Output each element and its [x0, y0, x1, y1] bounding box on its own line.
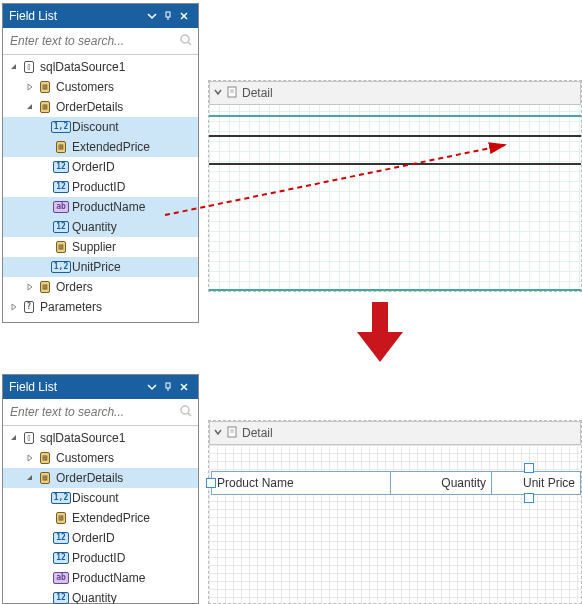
db-icon: ▯	[21, 59, 37, 75]
expander-icon	[39, 531, 53, 545]
resize-handle[interactable]	[524, 463, 534, 473]
tree-node-sqldatasource1[interactable]: ▯sqlDataSource1	[3, 57, 198, 77]
tree-node-supplier[interactable]: ▦Supplier	[3, 237, 198, 257]
tree-node-customers[interactable]: ▦Customers	[3, 448, 198, 468]
border-line	[209, 289, 581, 291]
tree-node-productname[interactable]: abProductName	[3, 568, 198, 588]
expander-icon[interactable]	[23, 471, 37, 485]
tree-node-customers[interactable]: ▦Customers	[3, 77, 198, 97]
search-input[interactable]	[8, 404, 179, 420]
node-label: sqlDataSource1	[40, 60, 125, 74]
int-icon: 12	[53, 219, 69, 235]
node-label: Quantity	[72, 591, 117, 604]
tree-node-orders[interactable]: ▦Orders	[3, 277, 198, 297]
int-icon: 12	[53, 179, 69, 195]
dropdown-icon[interactable]	[144, 379, 160, 395]
tree-node-discount[interactable]: 1,2Discount	[3, 488, 198, 508]
panel-title: Field List	[9, 9, 144, 23]
panel-title: Field List	[9, 380, 144, 394]
expander-icon	[39, 240, 53, 254]
node-label: Customers	[56, 451, 114, 465]
search-input[interactable]	[8, 33, 179, 49]
table-row[interactable]: Product Name Quantity Unit Price	[211, 471, 581, 495]
tree-node-sqldatasource1[interactable]: ▯sqlDataSource1	[3, 428, 198, 448]
expander-icon[interactable]	[23, 100, 37, 114]
close-icon[interactable]	[176, 379, 192, 395]
node-label: ProductID	[72, 551, 125, 565]
int-icon: 12	[53, 159, 69, 175]
band-label: Detail	[242, 86, 273, 100]
pin-icon[interactable]	[160, 8, 176, 24]
tbl-icon: ▦	[37, 470, 53, 486]
expander-icon[interactable]	[7, 431, 21, 445]
field-tree[interactable]: ▯sqlDataSource1▦Customers▦OrderDetails1,…	[3, 55, 198, 319]
tree-node-productname[interactable]: abProductName	[3, 197, 198, 217]
tree-node-productid[interactable]: 12ProductID	[3, 548, 198, 568]
tree-node-productid[interactable]: 12ProductID	[3, 177, 198, 197]
node-label: Supplier	[72, 240, 116, 254]
expander-icon[interactable]	[23, 280, 37, 294]
tree-node-orderid[interactable]: 12OrderID	[3, 157, 198, 177]
tree-node-quantity[interactable]: 12Quantity	[3, 217, 198, 237]
band-caret-icon[interactable]	[214, 426, 222, 440]
expander-icon	[39, 591, 53, 604]
expander-icon	[39, 220, 53, 234]
tree-node-orderid[interactable]: 12OrderID	[3, 528, 198, 548]
table-cell-product-name[interactable]: Product Name	[212, 472, 391, 494]
tree-node-extendedprice[interactable]: ▦ExtendedPrice	[3, 508, 198, 528]
dec-icon: 1,2	[53, 490, 69, 506]
close-icon[interactable]	[176, 8, 192, 24]
expander-icon[interactable]	[7, 300, 21, 314]
dropdown-icon[interactable]	[144, 8, 160, 24]
field-list-panel-before: Field List ▯sqlDataSource1▦Customers▦Ord…	[2, 3, 199, 323]
tree-node-discount[interactable]: 1,2Discount	[3, 117, 198, 137]
str-icon: ab	[53, 199, 69, 215]
tree-node-parameters[interactable]: ?Parameters	[3, 297, 198, 317]
field-tree[interactable]: ▯sqlDataSource1▦Customers▦OrderDetails1,…	[3, 426, 198, 604]
band-caret-icon[interactable]	[214, 86, 222, 100]
panel-header[interactable]: Field List	[3, 4, 198, 28]
panel-header[interactable]: Field List	[3, 375, 198, 399]
node-label: ExtendedPrice	[72, 140, 150, 154]
node-label: Discount	[72, 120, 119, 134]
big-red-arrow	[355, 302, 405, 364]
node-label: OrderDetails	[56, 471, 123, 485]
search-icon[interactable]	[179, 33, 193, 50]
node-label: Quantity	[72, 220, 117, 234]
expander-icon	[39, 571, 53, 585]
node-label: UnitPrice	[72, 260, 121, 274]
int-icon: 12	[53, 530, 69, 546]
node-label: ProductName	[72, 200, 145, 214]
node-label: ProductName	[72, 571, 145, 585]
tree-node-quantity[interactable]: 12Quantity	[3, 588, 198, 604]
resize-handle[interactable]	[206, 478, 216, 488]
tree-node-unitprice[interactable]: 1,2UnitPrice	[3, 257, 198, 277]
svg-point-14	[181, 406, 189, 414]
band-doc-icon	[226, 86, 238, 101]
expander-icon[interactable]	[7, 60, 21, 74]
resize-handle[interactable]	[524, 493, 534, 503]
search-icon[interactable]	[179, 404, 193, 421]
node-label: sqlDataSource1	[40, 431, 125, 445]
node-label: Orders	[56, 280, 93, 294]
table-cell-unit-price[interactable]: Unit Price	[492, 472, 580, 494]
node-label: ProductID	[72, 180, 125, 194]
tree-node-orderdetails[interactable]: ▦OrderDetails	[3, 97, 198, 117]
expander-icon[interactable]	[23, 451, 37, 465]
design-surface-after[interactable]: Detail Product Name Quantity Unit Price	[208, 420, 582, 604]
expander-icon	[39, 140, 53, 154]
detail-band-header[interactable]: Detail	[209, 81, 581, 105]
expander-icon	[39, 200, 53, 214]
expander-icon[interactable]	[23, 80, 37, 94]
table-cell-quantity[interactable]: Quantity	[391, 472, 492, 494]
search-row	[3, 399, 198, 426]
design-surface-before[interactable]: Detail	[208, 80, 582, 292]
expander-icon	[39, 511, 53, 525]
pin-icon[interactable]	[160, 379, 176, 395]
ruler-line	[209, 163, 581, 165]
ruler-line	[209, 135, 581, 137]
int-icon: 12	[53, 590, 69, 604]
tree-node-extendedprice[interactable]: ▦ExtendedPrice	[3, 137, 198, 157]
tree-node-orderdetails[interactable]: ▦OrderDetails	[3, 468, 198, 488]
detail-band-header[interactable]: Detail	[209, 421, 581, 445]
